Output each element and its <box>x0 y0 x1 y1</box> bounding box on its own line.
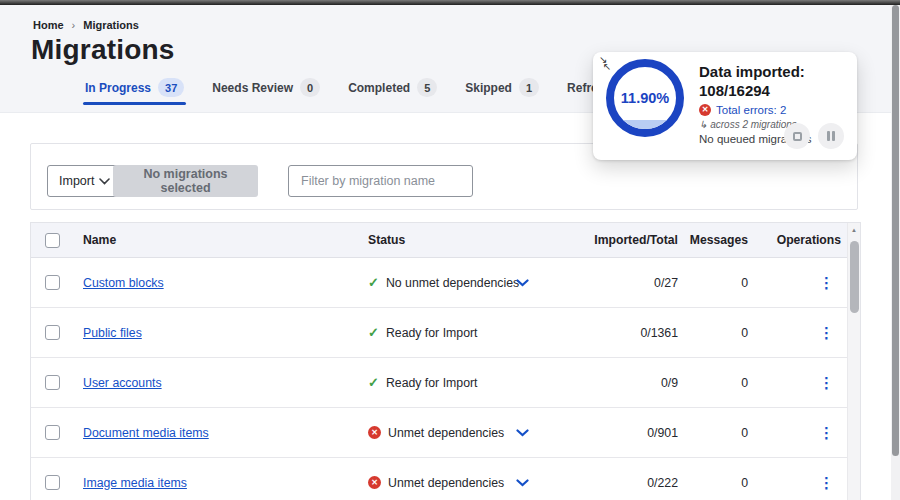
status-error-icon: ✕ <box>368 426 381 439</box>
return-arrow-icon: ↳ <box>699 119 707 130</box>
collapse-card-icon[interactable]: ↘ ↖ <box>598 54 616 74</box>
row-checkbox[interactable] <box>45 475 60 490</box>
header-name: Name <box>83 233 368 247</box>
table-row: Custom blocks ✓ No unmet dependencies 0/… <box>31 258 860 308</box>
messages-count: 0 <box>678 276 748 290</box>
operations-kebab-icon[interactable]: ⋮ <box>819 274 834 291</box>
migrations-table: Name Status Imported/Total Messages Oper… <box>30 222 861 500</box>
imported-total-value: 0/222 <box>578 476 678 490</box>
progress-card-controls <box>784 123 844 149</box>
error-x-circle-icon: ✕ <box>699 104 711 116</box>
tab-needs-review[interactable]: Needs Review 0 <box>212 78 320 112</box>
data-imported-value: 108/16294 <box>699 81 851 100</box>
breadcrumb: Home › Migrations <box>33 19 139 31</box>
progress-ring: 11.90% <box>606 59 684 137</box>
status-text: Ready for Import <box>386 326 478 340</box>
imported-total-value: 0/27 <box>578 276 678 290</box>
operations-kebab-icon[interactable]: ⋮ <box>819 324 834 341</box>
tab-label: Skipped <box>465 81 512 95</box>
expand-status-chevron-icon[interactable] <box>516 279 529 287</box>
status-error-icon: ✕ <box>368 476 381 489</box>
migration-name-link[interactable]: Custom blocks <box>83 276 164 290</box>
migration-name-link[interactable]: User accounts <box>83 376 162 390</box>
breadcrumb-home-link[interactable]: Home <box>33 19 64 31</box>
breadcrumb-separator: › <box>72 19 76 31</box>
tab-skipped[interactable]: Skipped 1 <box>465 78 539 112</box>
status-text: Unmet dependencies <box>388 426 504 440</box>
messages-count: 0 <box>678 376 748 390</box>
page-scrollbar[interactable] <box>891 0 900 500</box>
select-all-checkbox[interactable] <box>45 233 60 248</box>
table-row: User accounts ✓ Ready for Import 0/9 0 ⋮ <box>31 358 860 408</box>
import-dropdown-button[interactable]: Import <box>47 165 122 197</box>
scroll-up-arrow-icon[interactable]: ▲ <box>848 223 860 237</box>
tab-bar: In Progress 37 Needs Review 0 Completed … <box>85 78 639 112</box>
expand-status-chevron-icon[interactable] <box>516 479 529 487</box>
imported-total-value: 0/1361 <box>578 326 678 340</box>
status-ok-icon: ✓ <box>368 325 379 340</box>
messages-count: 0 <box>678 476 748 490</box>
page-scrollbar-thumb[interactable] <box>892 5 899 456</box>
status-text: Unmet dependencies <box>388 476 504 490</box>
header-status: Status <box>368 233 578 247</box>
tab-label: Completed <box>348 81 410 95</box>
chevron-down-icon <box>99 178 110 185</box>
header-operations: Operations <box>748 233 841 247</box>
messages-count: 0 <box>678 426 748 440</box>
tab-count-badge: 37 <box>158 78 184 97</box>
operations-kebab-icon[interactable]: ⋮ <box>819 424 834 441</box>
data-imported-label: Data imported: <box>699 62 851 81</box>
tab-count-badge: 1 <box>519 78 539 97</box>
row-checkbox[interactable] <box>45 375 60 390</box>
migration-filter-input[interactable] <box>288 165 473 197</box>
header-imported-total: Imported/Total <box>578 233 678 247</box>
total-errors-link[interactable]: ✕ Total errors: 2 <box>699 104 851 116</box>
selection-status-button[interactable]: No migrations selected <box>113 165 258 197</box>
status-ok-icon: ✓ <box>368 275 379 290</box>
pause-bars-icon <box>827 131 835 141</box>
import-label: Import <box>59 174 94 188</box>
pause-button[interactable] <box>818 123 844 149</box>
stop-button[interactable] <box>784 123 810 149</box>
header-messages: Messages <box>678 233 748 247</box>
table-header-row: Name Status Imported/Total Messages Oper… <box>31 223 860 258</box>
table-row: Document media items ✕ Unmet dependencie… <box>31 408 860 458</box>
row-checkbox[interactable] <box>45 425 60 440</box>
status-text: Ready for Import <box>386 376 478 390</box>
tab-label: In Progress <box>85 81 151 95</box>
expand-status-chevron-icon[interactable] <box>516 429 529 437</box>
table-scrollbar-thumb[interactable] <box>850 241 859 313</box>
imported-total-value: 0/9 <box>578 376 678 390</box>
status-text: No unmet dependencies <box>386 276 519 290</box>
table-row: Public files ✓ Ready for Import 0/1361 0… <box>31 308 860 358</box>
table-row: Image media items ✕ Unmet dependencies 0… <box>31 458 860 500</box>
migration-name-link[interactable]: Public files <box>83 326 142 340</box>
messages-count: 0 <box>678 326 748 340</box>
tab-count-badge: 0 <box>300 78 320 97</box>
stop-square-icon <box>793 132 802 141</box>
tab-count-badge: 5 <box>417 78 437 97</box>
tab-in-progress[interactable]: In Progress 37 <box>85 78 184 112</box>
window-top-edge <box>0 0 900 5</box>
migration-name-link[interactable]: Document media items <box>83 426 209 440</box>
import-progress-card: ↘ ↖ 11.90% Data imported: 108/16294 ✕ To… <box>593 52 857 160</box>
table-scrollbar[interactable]: ▲ <box>847 223 860 500</box>
imported-total-value: 0/901 <box>578 426 678 440</box>
breadcrumb-current: Migrations <box>83 19 139 31</box>
status-ok-icon: ✓ <box>368 375 379 390</box>
tab-completed[interactable]: Completed 5 <box>348 78 437 112</box>
operations-kebab-icon[interactable]: ⋮ <box>819 474 834 491</box>
row-checkbox[interactable] <box>45 275 60 290</box>
progress-percent: 11.90% <box>614 67 676 129</box>
migration-name-link[interactable]: Image media items <box>83 476 187 490</box>
tab-label: Needs Review <box>212 81 293 95</box>
row-checkbox[interactable] <box>45 325 60 340</box>
operations-kebab-icon[interactable]: ⋮ <box>819 374 834 391</box>
page-title: Migrations <box>31 34 175 66</box>
